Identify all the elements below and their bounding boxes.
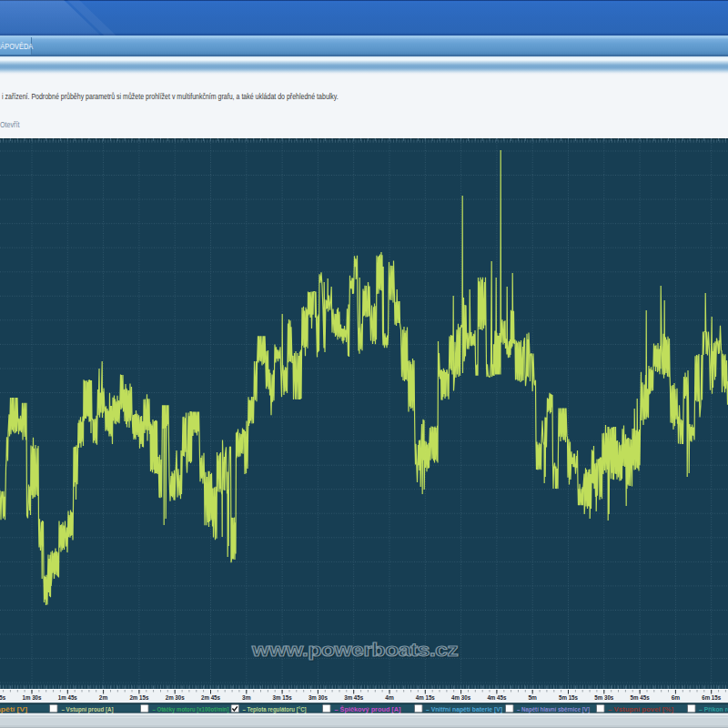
svg-text:5m 15s: 5m 15s — [559, 693, 578, 702]
svg-text:– Otáčky motoru [x100ot/min]: – Otáčky motoru [x100ot/min] — [153, 705, 229, 713]
svg-text:3m 15s: 3m 15s — [273, 693, 292, 702]
svg-text:– Vnitřní napětí baterie [V]: – Vnitřní napětí baterie [V] — [426, 705, 502, 713]
svg-text:2m 45s: 2m 45s — [201, 693, 220, 702]
svg-text:1m 15s: 1m 15s — [0, 693, 6, 702]
svg-text:– Teplota regulátoru [°C]: – Teplota regulátoru [°C] — [243, 705, 307, 713]
svg-text:– Špičkový proud [A]: – Špičkový proud [A] — [335, 705, 401, 713]
svg-text:6m 15s: 6m 15s — [702, 693, 721, 702]
svg-text:– Vstupní povel [%]: – Vstupní povel [%] — [608, 705, 673, 713]
svg-text:6m: 6m — [672, 693, 681, 702]
svg-text:4m: 4m — [385, 693, 394, 702]
svg-text:2m 15s: 2m 15s — [129, 693, 148, 702]
svg-text:3m: 3m — [242, 693, 251, 702]
svg-text:– Výstupní napětí [V]: – Výstupní napětí [V] — [0, 705, 27, 713]
svg-text:5m 45s: 5m 45s — [631, 693, 650, 702]
svg-text:– Napětí hlavní sběrnice [V]: – Napětí hlavní sběrnice [V] — [517, 705, 590, 713]
svg-text:1m 45s: 1m 45s — [58, 693, 77, 702]
svg-text:4m 45s: 4m 45s — [487, 693, 506, 702]
svg-text:3m 30s: 3m 30s — [308, 693, 328, 702]
svg-text:1m 30s: 1m 30s — [23, 693, 42, 702]
svg-text:5m 30s: 5m 30s — [594, 693, 613, 702]
svg-text:– Vstupní proud [A]: – Vstupní proud [A] — [62, 705, 114, 713]
svg-text:3m 45s: 3m 45s — [344, 693, 363, 702]
svg-text:– Příkon regulátoru [W]: – Příkon regulátoru [W] — [699, 705, 728, 713]
svg-text:5m: 5m — [528, 693, 537, 702]
svg-text:4m 30s: 4m 30s — [451, 693, 470, 702]
svg-text:4m 15s: 4m 15s — [416, 693, 435, 702]
svg-text:2m: 2m — [99, 693, 108, 702]
svg-text:2m 30s: 2m 30s — [166, 693, 185, 702]
